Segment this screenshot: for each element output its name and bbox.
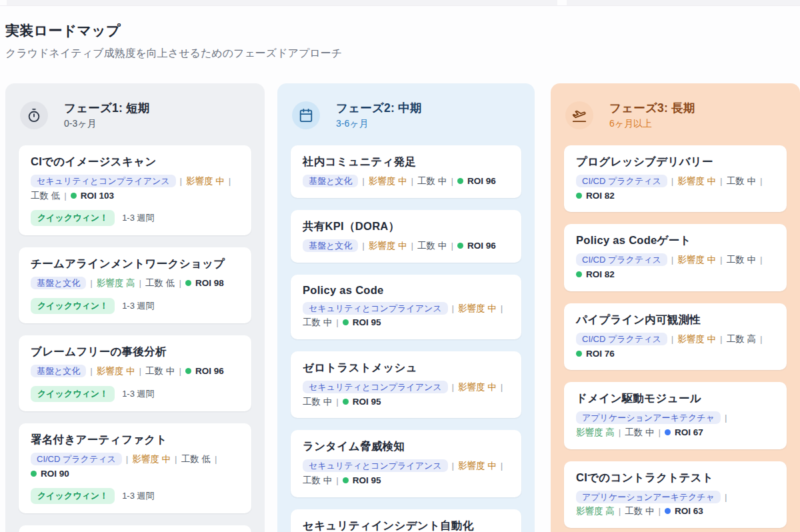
item-title: ドメイン駆動モジュール [576,391,775,406]
roadmap-item-card[interactable]: CIでのコントラクトテストアプリケーションアーキテクチャ|影響度 高|工数 中|… [564,461,787,528]
roi-score: ROI 82 [576,191,615,201]
roadmap-item-card[interactable]: Policy as CodeゲートCI/CD プラクティス|影響度 中|工数 中… [564,224,787,291]
category-badge: 基盤と文化 [303,175,358,187]
roi-score: ROI 95 [343,475,381,485]
item-meta: セキュリティとコンプライアンス|影響度 中|工数 低|ROI 103 [31,174,239,203]
roadmap-item-card[interactable]: 署名付きアーティファクトCI/CD プラクティス|影響度 中|工数 低|ROI … [19,423,251,513]
roadmap-item-card[interactable]: チームアラインメントワークショップ基盤と文化|影響度 高|工数 低|ROI 98… [19,247,251,323]
quickwin-badge: クイックウィン！ [31,488,115,504]
meta-separator: | [179,278,181,288]
roadmap-item-card[interactable]: 社内コミュニティ発足基盤と文化|影響度 中|工数 中|ROI 96 [291,145,521,198]
impact-label: 影響度 高 [97,278,135,288]
category-badge: アプリケーションアーキテクチャ [576,411,721,424]
item-meta: アプリケーションアーキテクチャ|影響度 高|工数 中|ROI 63 [576,490,775,519]
category-badge: セキュリティとコンプライアンス [303,302,448,315]
category-badge: 基盤と文化 [31,277,86,289]
meta-separator: | [452,382,455,392]
item-title: ランタイム脅威検知 [303,439,509,454]
meta-separator: | [659,427,661,437]
effort-label: 工数 中 [303,317,332,327]
item-meta: 基盤と文化|影響度 中|工数 中|ROI 96 [303,239,509,253]
meta-separator: | [139,278,142,288]
effort-label: 工数 中 [727,176,756,186]
timer-icon [20,101,48,129]
meta-separator: | [336,317,339,327]
phase-name: フェーズ3: 長期 [609,100,695,116]
roadmap-item-card[interactable]: ゼロトラストメッシュセキュリティとコンプライアンス|影響度 中|工数 中|ROI… [291,351,521,418]
effort-label: 工数 中 [417,241,447,251]
quickwin-badge: クイックウィン！ [31,298,115,314]
meta-separator: | [139,366,142,376]
meta-separator: | [452,461,455,471]
effort-label: 工数 低 [31,191,60,201]
quickwin-row: クイックウィン！1-3 週間 [31,298,239,314]
quickwin-row: クイックウィン！1-3 週間 [31,488,239,504]
meta-separator: | [671,176,674,186]
item-title: Policy as Codeゲート [576,233,775,248]
meta-separator: | [671,334,674,344]
roi-dot-icon [71,193,77,199]
roadmap-item-card[interactable]: セキュリティインシデント自動化 [291,509,521,532]
impact-label: 影響度 中 [458,303,497,313]
meta-separator: | [229,176,231,186]
effort-label: 工数 中 [417,176,447,186]
roi-score: ROI 95 [343,317,381,327]
quickwin-badge: クイックウィン！ [31,210,115,226]
roadmap-item-card[interactable]: ランタイム脅威検知セキュリティとコンプライアンス|影響度 中|工数 中|ROI … [291,430,521,497]
roi-dot-icon [665,429,671,435]
meta-separator: | [336,475,339,485]
category-badge: CI/CD プラクティス [576,175,667,187]
roadmap-item-card[interactable]: CIでのイメージスキャンセキュリティとコンプライアンス|影響度 中|工数 低|R… [19,145,251,235]
meta-separator: | [362,241,365,251]
meta-separator: | [64,191,67,201]
roadmap-item-card[interactable]: Policy as Codeセキュリティとコンプライアンス|影響度 中|工数 中… [291,275,521,339]
page-header: 実装ロードマップ クラウドネイティブ成熟度を向上させるためのフェーズドアプローチ [5,21,605,61]
item-title: CIでのコントラクトテスト [576,471,775,485]
quickwin-row: クイックウィン！1-3 週間 [31,386,239,402]
item-title: プログレッシブデリバリー [576,155,775,169]
timeline-label: 1-3 週間 [122,300,154,312]
meta-separator: | [619,506,621,516]
item-title: 署名付きアーティファクト [31,433,239,447]
roi-score: ROI 63 [665,506,703,516]
effort-label: 工数 中 [625,427,654,437]
roi-dot-icon [576,351,582,357]
roi-score: ROI 90 [31,469,69,479]
roadmap-item-card[interactable]: プログレッシブデリバリーCI/CD プラクティス|影響度 中|工数 中|ROI … [564,145,787,212]
phase-column-mid-term: フェーズ2: 中期 3-6ヶ月 社内コミュニティ発足基盤と文化|影響度 中|工数… [277,83,535,532]
roadmap-item-card[interactable]: 共有KPI（DORA）基盤と文化|影響度 中|工数 中|ROI 96 [291,210,521,263]
item-title: 社内コミュニティ発足 [303,155,509,169]
category-badge: セキュリティとコンプライアンス [303,381,448,393]
meta-separator: | [760,176,763,186]
impact-label: 影響度 中 [132,454,171,464]
item-title: 共有KPI（DORA） [303,219,509,234]
impact-label: 影響度 中 [369,241,407,251]
roi-score: ROI 98 [185,278,224,288]
item-meta: セキュリティとコンプライアンス|影響度 中|工数 中|ROI 95 [303,459,509,487]
impact-label: 影響度 高 [576,506,615,516]
timeline-label: 1-3 週間 [122,490,154,502]
meta-separator: | [411,176,414,186]
roadmap-item-card[interactable]: ドメイン駆動モジュールアプリケーションアーキテクチャ|影響度 高|工数 中|RO… [564,382,787,449]
meta-separator: | [451,176,453,186]
item-title: パイプライン内可観測性 [576,313,775,327]
impact-label: 影響度 中 [458,461,497,471]
item-title: チームアラインメントワークショップ [31,257,239,271]
phase-header: フェーズ1: 短期 0-3ヶ月 [5,83,265,145]
effort-label: 工数 中 [303,397,332,407]
roadmap-item-card[interactable]: ブレームフリーの事後分析基盤と文化|影響度 中|工数 中|ROI 96クイックウ… [19,335,251,411]
impact-label: 影響度 中 [677,255,716,265]
roi-dot-icon [185,368,191,374]
timeline-label: 1-3 週間 [122,388,154,400]
category-badge: CI/CD プラクティス [576,333,667,345]
roadmap-item-card[interactable] [19,525,251,532]
roi-score: ROI 96 [185,366,224,376]
meta-separator: | [180,176,183,186]
timeline-label: 1-3 週間 [122,212,154,224]
meta-separator: | [451,241,453,251]
meta-separator: | [90,366,93,376]
meta-separator: | [619,427,621,437]
roi-score: ROI 67 [665,427,703,437]
item-meta: CI/CD プラクティス|影響度 中|工数 中|ROI 82 [576,253,775,281]
roadmap-item-card[interactable]: パイプライン内可観測性CI/CD プラクティス|影響度 中|工数 高|ROI 7… [564,303,787,370]
